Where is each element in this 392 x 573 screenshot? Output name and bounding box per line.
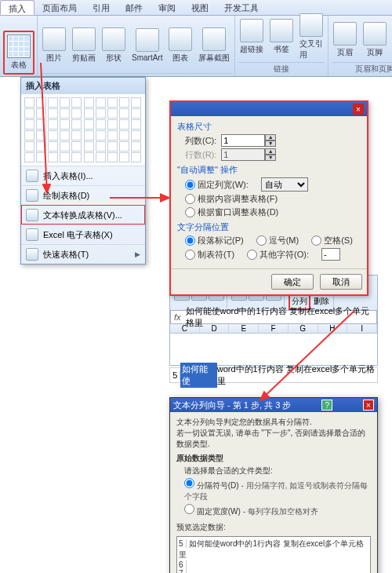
tab-页面布局[interactable]: 页面布局 [34,0,85,15]
sep-tab-radio[interactable]: 制表符(T) [185,249,234,261]
页眉-button[interactable]: 页眉 [332,20,358,60]
cols-spinner[interactable]: ▲▼ [265,134,276,147]
fixed-width-radio[interactable]: 固定列宽(W): [185,179,249,191]
generic-icon [72,27,96,51]
autofit-window-radio[interactable]: 根据窗口调整表格(D) [185,206,278,218]
fixed-width-radio[interactable]: 固定宽度(W) [184,507,241,516]
generic-icon [26,228,38,241]
table-size-picker[interactable] [21,94,145,166]
cancel-button[interactable]: 取消 [320,274,362,290]
help-icon[interactable]: ? [321,400,332,411]
auto-group-label: "自动调整" 操作 [177,164,361,176]
generic-icon [42,27,66,51]
cols-input[interactable] [221,134,265,147]
selected-text: 如何能使 [180,363,216,388]
wizard-titlebar: 文本分列向导 - 第 1 步, 共 3 步 ? × [170,398,377,412]
delimited-radio[interactable]: 分隔符号(D) [184,481,239,490]
menu-item[interactable]: 插入表格(I)... [21,166,145,185]
wizard-title: 文本分列向导 - 第 1 步, 共 3 步 [173,400,291,411]
cols-label: 列数(C): [185,135,216,147]
orig-data-label: 原始数据类型 [176,453,371,464]
column-headers: CDEFGHI [170,324,377,334]
table-button-label: 表格 [11,60,27,71]
generic-icon [270,19,293,42]
generic-icon [136,28,159,52]
generic-icon [26,170,38,182]
col-header[interactable]: C [170,324,200,333]
menu-item[interactable]: 文本转换成表格(V)... [21,205,145,224]
页脚-button[interactable]: 页脚 [361,20,388,60]
generic-icon [169,27,192,51]
交叉引用-button[interactable]: 交叉引用 [298,12,325,62]
col-header[interactable]: G [289,324,318,333]
generic-icon [333,22,357,46]
insert-table-menu-header: 插入表格 [21,78,145,94]
row-number: 5 [170,370,180,380]
tab-插入[interactable]: 插入 [0,0,34,15]
剪贴画-button[interactable]: 剪贴画 [71,26,97,65]
col-header[interactable]: D [200,324,230,333]
preview-label: 预览选定数据: [176,522,371,533]
sep-other-input[interactable] [321,248,340,261]
图表-button[interactable]: 图表 [167,26,194,65]
形状-button[interactable]: 形状 [100,26,127,65]
ok-button[interactable]: 确定 [271,274,314,290]
wizard-hint2: 若一切设置无误, 请单击 "下一步", 否则请选择最合适的数据类型. [176,428,371,450]
generic-icon [299,13,323,37]
generic-icon [240,19,263,42]
text-to-columns-wizard: 文本分列向导 - 第 1 步, 共 3 步 ? × 文本分列向导判定您的数据具有… [169,397,378,573]
col-header[interactable]: H [318,324,348,333]
chevron-right-icon: ▶ [135,250,140,258]
tab-引用[interactable]: 引用 [85,0,118,15]
rows-spinner: ▲▼ [265,148,276,161]
col-header[interactable]: E [229,324,259,333]
generic-icon [102,27,125,51]
menu-item[interactable]: Excel 电子表格(X) [21,224,145,244]
SmartArt-button[interactable]: SmartArt [130,27,164,64]
choose-label: 请选择最合适的文件类型: [184,465,371,476]
图片-button[interactable]: 图片 [41,26,67,65]
generic-icon [26,189,38,202]
sep-other-radio[interactable]: 其他字符(O): [247,249,309,261]
table-button-highlight: 表格 [3,31,34,75]
sep-para-radio[interactable]: 段落标记(P) [185,235,244,246]
generic-icon [26,209,38,221]
sep-group-label: 文字分隔位置 [177,221,361,233]
超链接-button[interactable]: 超链接 [238,17,265,57]
tab-审阅[interactable]: 审阅 [151,0,183,15]
tab-视图[interactable]: 视图 [183,0,216,15]
preview-box: 5 如何能使word中的1行内容 复制在excel多个单元格里 6 7 8 [176,536,371,573]
selected-cell-row[interactable]: 5 如何能使 word中的1行内容 复制在excel多个单元格里 [169,367,378,383]
屏幕截图-button[interactable]: 屏幕截图 [197,26,231,65]
generic-icon [202,27,226,51]
rows-input [221,148,265,161]
wizard-hint1: 文本分列向导判定您的数据具有分隔符. [176,417,371,428]
sep-space-radio[interactable]: 空格(S) [311,235,353,246]
fx-icon: fx [174,312,181,322]
table-button[interactable]: 表格 [5,33,32,72]
size-group-label: 表格尺寸 [177,121,361,133]
tab-邮件[interactable]: 邮件 [118,0,151,15]
close-icon[interactable]: × [353,104,364,115]
insert-table-menu: 插入表格 插入表格(I)...绘制表格(D)文本转换成表格(V)...Excel… [20,77,146,265]
ribbon-tabs: 插入页面布局引用邮件审阅视图开发工具 [0,0,392,16]
menu-item[interactable]: 快速表格(T)▶ [21,244,145,264]
generic-icon [26,248,38,261]
worksheet[interactable]: CDEFGHI [170,324,377,365]
formula-bar[interactable]: fx 如何能使word中的1行内容 复制在excel多个单元格里 [170,310,377,324]
col-header[interactable]: I [347,324,377,333]
ribbon: 表格 图片剪贴画形状SmartArt图表屏幕截图 超链接书签交叉引用链接 页眉页… [0,16,392,77]
menu-item[interactable]: 绘制表格(D) [21,185,145,205]
table-icon [7,35,31,58]
col-header[interactable]: F [259,324,289,333]
fixed-width-select[interactable]: 自动 [261,177,308,192]
generic-icon [363,22,387,46]
sep-comma-radio[interactable]: 逗号(M) [256,235,299,246]
autofit-content-radio[interactable]: 根据内容调整表格(F) [185,193,278,205]
dialog-titlebar: × [171,102,367,116]
rows-label: 行数(R): [185,149,216,161]
close-icon[interactable]: × [363,400,374,411]
convert-text-dialog: × 表格尺寸 列数(C): ▲▼ 行数(R): ▲▼ [169,100,368,296]
cell-rest-text: word中的1行内容 复制在excel多个单元格里 [217,363,377,387]
书签-button[interactable]: 书签 [268,17,295,57]
